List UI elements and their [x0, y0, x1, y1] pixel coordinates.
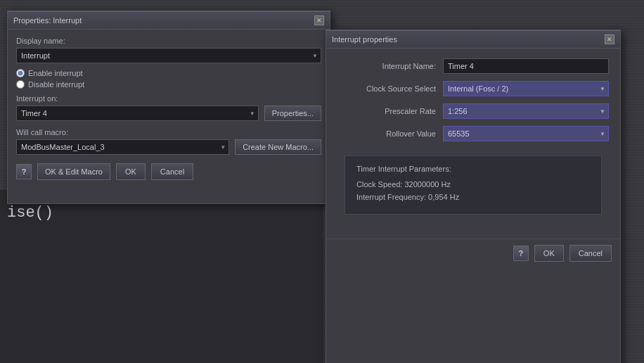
- properties-button[interactable]: Properties...: [264, 106, 321, 121]
- int-props-buttons: ? OK Cancel: [326, 238, 620, 267]
- display-name-label: Display name:: [16, 37, 321, 45]
- clock-speed-value: Clock Speed: 32000000 Hz: [356, 180, 590, 189]
- rollover-select[interactable]: 65535 32767 16383: [443, 126, 609, 141]
- timer-params-title: Timer Interrupt Parameters:: [356, 165, 590, 173]
- interrupt-on-row: Timer 4 Properties...: [16, 106, 321, 121]
- create-macro-button[interactable]: Create New Macro...: [235, 139, 321, 155]
- int-props-content: Interrupt Name: Clock Source Select Inte…: [326, 49, 620, 231]
- interrupt-name-input-wrapper: [443, 58, 609, 74]
- int-props-help-button[interactable]: ?: [513, 246, 529, 261]
- interrupt-dialog: Properties: Interrupt ✕ Display name: In…: [7, 11, 330, 204]
- interrupt-name-input[interactable]: [443, 58, 609, 74]
- enable-disable-group: Enable interrupt Disable interrupt: [16, 69, 321, 89]
- timer-params-box: Timer Interrupt Parameters: Clock Speed:…: [344, 155, 602, 215]
- rollover-input-wrapper: 65535 32767 16383: [443, 126, 609, 141]
- rollover-label: Rollover Value: [337, 129, 443, 138]
- macro-row: ModBusMaster_Local_3 Create New Macro...: [16, 139, 321, 155]
- macro-select-wrapper: ModBusMaster_Local_3: [16, 139, 229, 155]
- interrupt-dialog-buttons: ? OK & Edit Macro OK Cancel: [16, 163, 321, 180]
- int-props-title: Interrupt properties: [332, 35, 397, 44]
- interrupt-dialog-close[interactable]: ✕: [314, 15, 324, 25]
- clock-source-input-wrapper: Internal (Fosc / 2) External: [443, 81, 609, 96]
- int-freq-value: Interrupt Frequency: 0,954 Hz: [356, 193, 590, 201]
- enable-interrupt-radio[interactable]: [16, 69, 25, 77]
- int-props-close[interactable]: ✕: [605, 34, 614, 44]
- int-props-titlebar: Interrupt properties ✕: [326, 31, 620, 49]
- disable-interrupt-label: Disable interrupt: [28, 80, 84, 89]
- clock-source-row: Clock Source Select Internal (Fosc / 2) …: [337, 81, 609, 96]
- interrupt-dialog-titlebar: Properties: Interrupt ✕: [8, 12, 330, 30]
- disable-interrupt-radio-label[interactable]: Disable interrupt: [16, 80, 321, 89]
- interrupt-ok-button[interactable]: OK: [116, 163, 146, 180]
- macro-select[interactable]: ModBusMaster_Local_3: [16, 139, 229, 155]
- int-props-cancel-button[interactable]: Cancel: [569, 245, 612, 262]
- enable-interrupt-radio-label[interactable]: Enable interrupt: [16, 69, 321, 77]
- interrupt-name-row: Interrupt Name:: [337, 58, 609, 74]
- prescaler-row: Prescaler Rate 1:256 1:128 1:64: [337, 103, 609, 119]
- interrupt-dialog-title: Properties: Interrupt: [13, 16, 82, 25]
- prescaler-input-wrapper: 1:256 1:128 1:64: [443, 103, 609, 119]
- interrupt-on-label: Interrupt on:: [16, 94, 321, 103]
- clock-source-select[interactable]: Internal (Fosc / 2) External: [443, 81, 609, 96]
- interrupt-help-button[interactable]: ?: [16, 164, 32, 179]
- disable-interrupt-radio[interactable]: [16, 80, 25, 89]
- will-call-macro-label: Will call macro:: [16, 128, 321, 136]
- rollover-row: Rollover Value 65535 32767 16383: [337, 126, 609, 141]
- interrupt-cancel-button[interactable]: Cancel: [151, 163, 193, 180]
- clock-source-label: Clock Source Select: [337, 84, 443, 93]
- code-text: ise(): [7, 204, 53, 222]
- interrupt-dialog-content: Display name: Interrupt Enable interrupt…: [8, 30, 330, 187]
- prescaler-select[interactable]: 1:256 1:128 1:64: [443, 103, 609, 119]
- int-props-dialog: Interrupt properties ✕ Interrupt Name: C…: [326, 30, 621, 363]
- interrupt-name-label: Interrupt Name:: [337, 62, 443, 70]
- ok-edit-macro-button[interactable]: OK & Edit Macro: [37, 163, 110, 180]
- display-name-select[interactable]: Interrupt: [16, 48, 321, 63]
- interrupt-on-wrapper: Timer 4: [16, 106, 259, 121]
- interrupt-on-select[interactable]: Timer 4: [16, 106, 259, 121]
- prescaler-label: Prescaler Rate: [337, 107, 443, 115]
- int-props-ok-button[interactable]: OK: [534, 245, 564, 262]
- enable-interrupt-label: Enable interrupt: [28, 69, 83, 77]
- display-name-wrapper: Interrupt: [16, 48, 321, 63]
